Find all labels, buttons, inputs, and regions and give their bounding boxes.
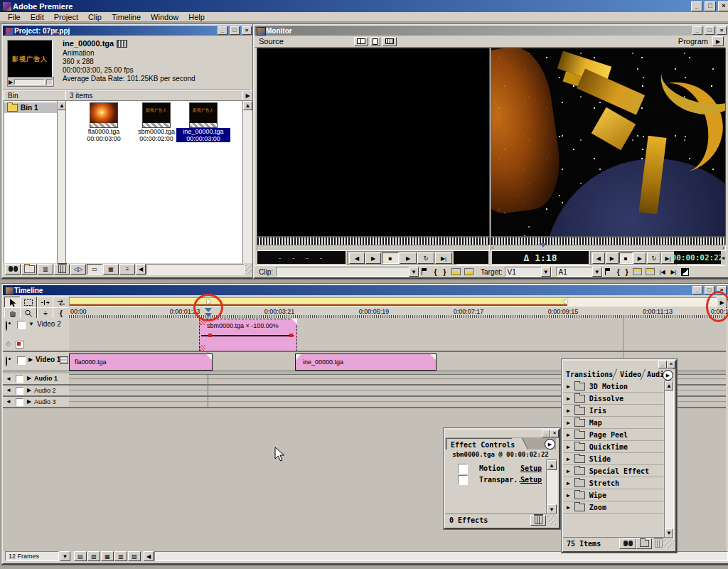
program-video-area[interactable]	[491, 48, 726, 237]
program-marker-button[interactable]	[603, 268, 614, 275]
menu-window[interactable]: Window	[146, 13, 183, 21]
overlay-button[interactable]	[462, 268, 475, 275]
project-hscroll-left[interactable]: ◀	[136, 264, 146, 275]
next-edit-button[interactable]: ▶|	[668, 269, 680, 275]
menu-clip[interactable]: Clip	[83, 13, 107, 21]
track-options-button[interactable]: ▤	[74, 551, 87, 561]
transitions-minimize-button[interactable]: _	[658, 361, 667, 368]
insert-button[interactable]	[449, 268, 462, 275]
timeline-clip-fla0000[interactable]: fla0000.tga	[69, 353, 213, 371]
video2-label[interactable]: Video 2	[37, 320, 61, 328]
target-video-dropdown[interactable]: V1 ▼	[505, 267, 552, 277]
audio1-lock-checkbox[interactable]	[16, 375, 23, 383]
expand-icon[interactable]: ▶	[567, 456, 570, 462]
item-thumbnail-sbm0000[interactable]: 影视广告人	[142, 102, 171, 128]
transitions-new-folder-button[interactable]	[636, 538, 652, 549]
bin-column-header[interactable]: Bin	[4, 90, 70, 101]
work-area-band[interactable]	[70, 298, 567, 304]
source-loop-button[interactable]: ↻	[417, 252, 434, 264]
audio3-expand-arrow[interactable]: ▶	[27, 398, 31, 405]
expand-icon[interactable]: ▶	[567, 468, 570, 474]
search-button[interactable]	[5, 264, 21, 275]
resize-bin-button[interactable]: ◁▷	[70, 264, 86, 275]
transitions-menu-button[interactable]: ▶	[663, 370, 673, 381]
monitor-flyout-button[interactable]: ▶	[712, 36, 724, 46]
program-out-button[interactable]: }	[623, 268, 631, 276]
extract-button[interactable]	[644, 268, 657, 275]
transitions-close-button[interactable]: ×	[667, 361, 675, 368]
source-play-inout-button[interactable]: ▶|	[435, 252, 452, 264]
tr-scroll-up[interactable]: ▲	[665, 381, 673, 390]
source-step-forward-button[interactable]: ▶	[365, 252, 381, 264]
project-flyout-button[interactable]: ▶	[242, 90, 253, 101]
source-step-back-button[interactable]: ◀	[349, 252, 365, 264]
audio2-lock-checkbox[interactable]	[16, 387, 23, 395]
source-in-button[interactable]: {	[431, 268, 440, 276]
bin-tree-item[interactable]: Bin 1	[4, 102, 58, 113]
timeline-ruler[interactable]: 00:00 0:00:01:23 0:00:03:21 0:00:05:19 0…	[69, 307, 726, 319]
app-minimize-button[interactable]: _	[691, 1, 702, 11]
monitor-maximize-button[interactable]: □	[705, 26, 714, 35]
audio1-expand-arrow[interactable]: ▶	[27, 375, 31, 381]
transitions-find-button[interactable]	[619, 538, 636, 549]
target-video-arrow[interactable]: ▼	[541, 267, 551, 277]
program-play-button[interactable]: ▶	[633, 252, 647, 264]
expand-icon[interactable]: ▶	[567, 480, 570, 486]
audio2-label[interactable]: Audio 2	[34, 387, 56, 394]
menu-file[interactable]: File	[3, 13, 26, 21]
audio2-speaker-icon[interactable]: ◄	[6, 387, 11, 393]
edge-viewing-button[interactable]: ▦	[101, 551, 114, 561]
audio2-expand-arrow[interactable]: ▶	[27, 387, 31, 393]
program-step-back-button[interactable]: ◀	[592, 252, 605, 264]
work-area-end-marker[interactable]	[563, 299, 567, 304]
items-column-header[interactable]: 3 items	[65, 90, 247, 101]
source-shuttle-slider[interactable]	[257, 245, 490, 251]
timeline-titlebar[interactable]: Timeline _ □ ×	[3, 285, 728, 295]
rubber-band-handle-right[interactable]	[289, 334, 293, 337]
rubber-band-handle-left[interactable]	[208, 334, 212, 337]
program-stop-button[interactable]: ■	[619, 252, 633, 264]
folder-3d-motion[interactable]: ▶3D Motion	[563, 381, 664, 393]
fx-scroll-up[interactable]: ▲	[547, 460, 557, 470]
project-hscrollbar[interactable]	[146, 264, 245, 275]
video1-expand-arrow[interactable]: ▶	[28, 356, 33, 363]
delete-button[interactable]	[54, 264, 70, 275]
video2-visibility-toggle[interactable]	[6, 321, 7, 331]
app-close-button[interactable]: ×	[718, 1, 728, 11]
preview-play-button[interactable]: ▶	[9, 79, 13, 85]
tab-effect-controls[interactable]: Effect Controls	[446, 438, 520, 450]
shift-tracks-button[interactable]: ▥	[114, 551, 127, 561]
new-bin-button[interactable]	[21, 264, 37, 275]
source-stop-button[interactable]: ■	[382, 252, 399, 264]
program-position-marker[interactable]	[540, 243, 546, 248]
timeline-hscroll-left[interactable]: ◀	[144, 551, 154, 561]
folder-stretch[interactable]: ▶Stretch	[563, 477, 664, 489]
list-view-button[interactable]: ≡	[119, 264, 135, 275]
menu-timeline[interactable]: Timeline	[107, 13, 146, 21]
folder-iris[interactable]: ▶Iris	[563, 405, 664, 417]
item-thumbnail-fla0000[interactable]	[90, 102, 118, 128]
opacity-rubber-band[interactable]	[201, 335, 294, 336]
expand-icon[interactable]: ▶	[567, 504, 570, 511]
effect-controls-minimize-button[interactable]: _	[542, 430, 550, 437]
target-audio-dropdown[interactable]: A1 ▼	[556, 267, 603, 277]
tab-transitions[interactable]: Transitions	[566, 371, 613, 378]
app-restore-button[interactable]: □	[705, 1, 716, 11]
project-maximize-button[interactable]: □	[230, 26, 240, 35]
item-name-fla0000[interactable]: fla0000.tga	[77, 128, 131, 135]
expand-icon[interactable]: ▶	[567, 420, 570, 426]
clip-dropdown-arrow[interactable]: ▼	[409, 267, 419, 277]
source-marker-button[interactable]	[419, 268, 431, 275]
expand-icon[interactable]: ▶	[567, 395, 570, 402]
monitor-minimize-button[interactable]: _	[692, 26, 702, 35]
video1-label[interactable]: Video 1	[36, 356, 60, 363]
expand-icon[interactable]: ▶	[567, 444, 570, 450]
menu-help[interactable]: Help	[183, 13, 210, 21]
audio-monitor-icon[interactable]: ◄	[721, 251, 725, 264]
effect-controls-scrollbar[interactable]: ▲ ▼	[546, 459, 557, 515]
video1-lock-checkbox[interactable]	[17, 356, 26, 365]
expand-icon[interactable]: ▶	[567, 408, 570, 414]
folder-zoom[interactable]: ▶Zoom	[563, 501, 664, 514]
trim-view-button[interactable]	[382, 37, 397, 46]
audio1-speaker-icon[interactable]: ◄	[6, 376, 11, 382]
